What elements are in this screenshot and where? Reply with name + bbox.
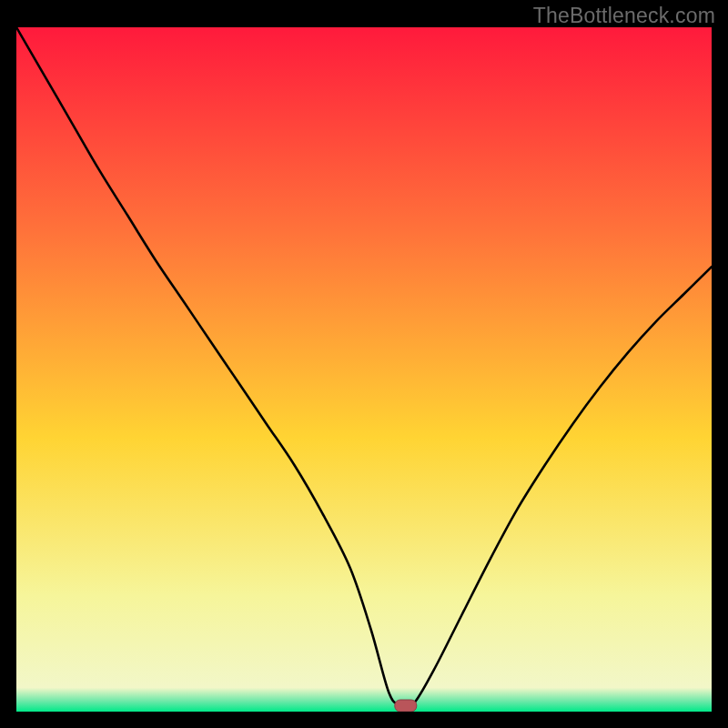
optimal-marker bbox=[395, 700, 417, 712]
bottleneck-plot bbox=[16, 27, 712, 712]
watermark-text: TheBottleneck.com bbox=[533, 4, 715, 28]
chart-frame: TheBottleneck.com bbox=[0, 0, 728, 728]
chart-svg bbox=[16, 27, 712, 712]
